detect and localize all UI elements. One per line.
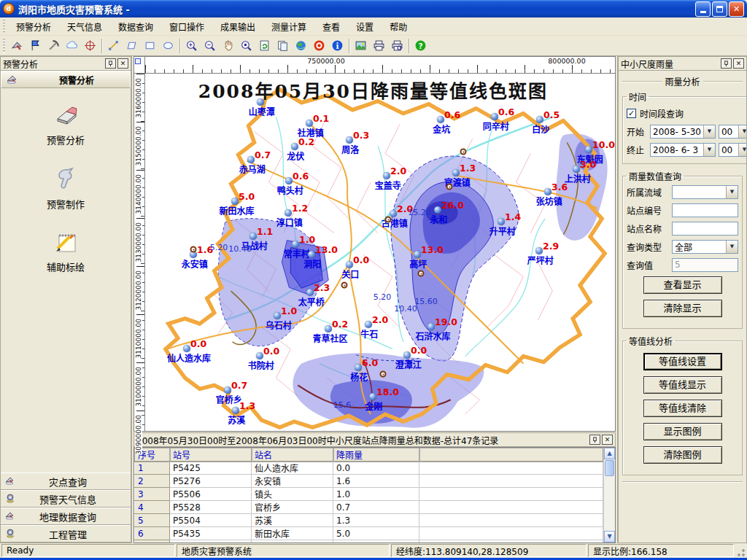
info-icon[interactable]: i	[328, 37, 347, 55]
table-cell: P5310	[170, 540, 252, 543]
pick-icon[interactable]	[44, 37, 63, 55]
query-input-5: 5	[672, 258, 738, 272]
chevron-down-icon[interactable]: ▼	[726, 241, 738, 253]
station-rainfall-value: 0.3	[353, 130, 369, 141]
table-row[interactable]: 4P5528官桥乡0.7	[135, 501, 603, 514]
table-header[interactable]: 站号	[170, 448, 252, 462]
radar-icon[interactable]	[8, 37, 26, 55]
table-row[interactable]: 3P5506镇头1.0	[135, 488, 603, 501]
left-bottom-item-4[interactable]: 工程管理	[1, 525, 131, 542]
contour-button[interactable]: 等值线显示	[643, 376, 722, 394]
globe-icon[interactable]	[292, 37, 310, 55]
left-item-notepad-icon	[52, 230, 80, 257]
table-cell: 官桥乡	[252, 501, 333, 514]
left-bottom-item-2[interactable]: 预警天气信息	[1, 490, 131, 508]
ellipse-icon[interactable]	[159, 37, 177, 55]
scrollbar-thumb[interactable]	[605, 460, 614, 476]
contour-button[interactable]: 等值线设置	[643, 353, 722, 370]
menu-item-6[interactable]: 测量计算	[263, 18, 314, 36]
query-button[interactable]: 查看显示	[643, 276, 722, 294]
close-button[interactable]: ✕	[729, 1, 744, 17]
table-row[interactable]: 2P5276永安镇1.6	[135, 475, 603, 488]
query-button[interactable]: 清除显示	[643, 300, 722, 317]
zoom-out-icon[interactable]	[201, 37, 219, 55]
start-hour-picker[interactable]: 00▼	[719, 125, 747, 139]
line-icon[interactable]	[104, 37, 123, 55]
menu-item-1[interactable]: 预警分析	[8, 18, 59, 36]
copy-icon[interactable]	[274, 37, 292, 55]
stop-icon[interactable]	[310, 37, 328, 55]
pan-icon[interactable]	[219, 37, 237, 55]
bottom-panel-pin-button[interactable]	[589, 435, 600, 445]
start-date-picker[interactable]: 2008- 5-30▼	[650, 125, 716, 139]
left-panel-close-button[interactable]: ✕	[117, 58, 128, 69]
scroll-up-icon[interactable]: ▲	[604, 448, 615, 459]
contour-button[interactable]: 清除图例	[643, 446, 722, 464]
zoom-in-icon[interactable]	[182, 37, 201, 55]
menu-grip-handle[interactable]	[1, 19, 7, 33]
cloud-icon[interactable]	[63, 37, 81, 55]
ruler-corner-buttons[interactable]	[134, 57, 145, 73]
chevron-down-icon[interactable]: ▼	[726, 186, 738, 198]
left-panel-item-2[interactable]: 预警制作	[47, 166, 85, 211]
chevron-down-icon[interactable]: ▼	[738, 125, 747, 138]
print-icon[interactable]	[370, 37, 388, 55]
right-panel-pin-button[interactable]	[721, 58, 732, 69]
minimize-button[interactable]	[695, 1, 711, 17]
end-hour-picker[interactable]: 00▼	[719, 143, 747, 157]
table-header[interactable]: 降雨量	[333, 448, 419, 462]
left-panel-item-3[interactable]: 辅助标绘	[47, 230, 85, 273]
chevron-down-icon[interactable]: ▼	[738, 144, 747, 156]
polygon-icon[interactable]	[123, 37, 141, 55]
zoom-window-icon[interactable]	[237, 37, 255, 55]
station-rainfall-value: 2.3	[314, 282, 330, 293]
rect-icon[interactable]	[141, 37, 159, 55]
station-name-label: 淳口镇	[276, 216, 303, 228]
query-combo-1[interactable]: ▼	[672, 185, 738, 199]
bottom-panel-close-button[interactable]: ✕	[602, 435, 613, 445]
maximize-button[interactable]	[712, 1, 727, 17]
menu-item-5[interactable]: 成果输出	[212, 18, 263, 36]
menu-item-4[interactable]: 窗口操作	[161, 18, 212, 36]
toolbar-grip-handle[interactable]	[1, 38, 7, 54]
end-date-picker[interactable]: 2008- 6- 3▼	[650, 143, 716, 157]
menu-item-8[interactable]: 设置	[348, 18, 382, 36]
query-input-3[interactable]	[672, 222, 738, 236]
chevron-down-icon[interactable]: ▼	[703, 125, 715, 138]
contour-value-label: 5.20	[210, 243, 228, 252]
help-icon[interactable]: ?	[411, 37, 430, 55]
left-panel-item-1[interactable]: 预警分析	[47, 103, 85, 147]
left-bottom-item-1[interactable]: 灾点查询	[1, 472, 131, 490]
contour-button[interactable]: 等值线清除	[643, 400, 722, 417]
table-row[interactable]: 1P5425仙人造水库0.0	[135, 462, 603, 475]
station-rainfall-value: 0.0	[263, 346, 279, 357]
time-range-checkbox[interactable]: ✓	[627, 109, 636, 118]
print-preview-icon[interactable]	[388, 37, 406, 55]
table-header[interactable]: 站名	[252, 448, 333, 462]
resize-grip[interactable]	[735, 544, 746, 557]
contour-button[interactable]: 显示图例	[643, 423, 722, 440]
table-row[interactable]: 7P5310洞阳13.0	[135, 540, 603, 543]
query-input-2[interactable]	[672, 203, 738, 217]
table-scrollbar[interactable]: ▲ ▼	[603, 448, 615, 542]
image-icon[interactable]	[352, 37, 370, 55]
right-panel-close-button[interactable]: ✕	[733, 58, 744, 69]
menu-item-9[interactable]: 帮助	[382, 18, 415, 36]
table-header[interactable]	[419, 448, 603, 462]
chevron-down-icon[interactable]: ▼	[703, 144, 715, 156]
query-combo-4[interactable]: 全部▼	[672, 240, 738, 254]
target-icon[interactable]	[81, 37, 99, 55]
refresh-icon[interactable]	[255, 37, 274, 55]
left-bottom-item-3[interactable]: 地理数据查询	[1, 508, 131, 525]
map-canvas[interactable]: 2008年05月30日降雨量等值线色斑图 山枣潭社港镇0.1金坑0.6同辛村0.…	[145, 74, 615, 431]
table-row[interactable]: 5P5504苏溪1.3	[135, 514, 603, 527]
scroll-down-icon[interactable]: ▼	[604, 531, 615, 542]
flag-icon[interactable]	[26, 37, 44, 55]
scrollbar-track[interactable]	[604, 459, 615, 531]
left-panel-pin-button[interactable]	[105, 58, 116, 69]
menu-item-2[interactable]: 天气信息	[59, 18, 110, 36]
left-section-header[interactable]: 预警分析	[1, 71, 131, 88]
menu-item-3[interactable]: 数据查询	[110, 18, 161, 36]
table-row[interactable]: 6P5435新田水库5.0	[135, 527, 603, 540]
menu-item-7[interactable]: 查看	[314, 18, 348, 36]
